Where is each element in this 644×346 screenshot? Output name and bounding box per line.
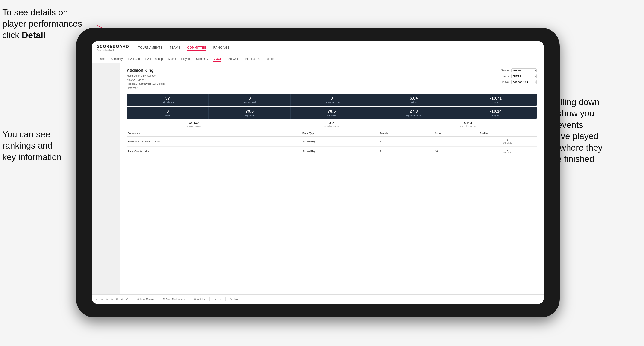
position-1: 4out of 20 — [478, 137, 537, 147]
gender-select-wrapper[interactable]: Women Men — [511, 68, 537, 72]
col-event-type: Event Type — [301, 130, 378, 137]
toolbar-view-original[interactable]: 👁 View: Original — [137, 298, 154, 301]
app-nav: SCOREBOARD Powered by clippd TOURNAMENTS… — [92, 41, 544, 54]
player-school: Mesa Community College — [127, 74, 164, 78]
toolbar-screen[interactable]: □▾ — [214, 298, 216, 301]
col-tournament: Tournament — [127, 130, 301, 137]
toolbar-sep2 — [158, 298, 158, 301]
player-division: NJCAA Division 1 — [127, 78, 164, 82]
stats-row-1: 37 National Rank 3 Regional Rank 3 Confe… — [127, 94, 537, 106]
annotation-line2: player performances — [2, 19, 82, 28]
nav-rankings[interactable]: RANKINGS — [213, 45, 230, 51]
overall-record: 91-20-1 Overall Record — [188, 122, 201, 128]
annotation-top-left: To see details on player performances cl… — [2, 7, 88, 41]
top50-record-label: Record vs top 50 — [460, 125, 476, 128]
sub-nav-summary2[interactable]: Summary — [196, 56, 208, 61]
toolbar-btn1[interactable]: ⊕ — [106, 298, 108, 301]
stat-avg-score-par: 27.8 Avg Score to Par — [373, 107, 455, 119]
stat-avg-sg: -10.14 Avg SG — [455, 107, 537, 119]
overall-record-value: 91-20-1 — [188, 122, 201, 125]
toolbar-watch[interactable]: 👁 Watch ▾ — [194, 298, 205, 301]
tablet-frame: SCOREBOARD Powered by clippd TOURNAMENTS… — [76, 28, 560, 318]
sub-nav-h2h-heatmap2[interactable]: H2H Heatmap — [243, 56, 262, 61]
toolbar-expand[interactable]: ⤢ — [220, 298, 221, 301]
division-label: Division — [500, 75, 510, 78]
avg-score-value: 79.6 — [210, 109, 288, 114]
toolbar-btn3[interactable]: ⊟ — [116, 298, 118, 301]
top50-record: 5-11-1 Record vs top 50 — [460, 122, 476, 128]
stat-adj-score: 78.5 Adj Score — [291, 107, 373, 119]
stat-avg-score: 79.6 Avg Score — [209, 107, 291, 119]
overall-record-label: Overall Record — [188, 125, 201, 128]
nav-tournaments[interactable]: TOURNAMENTS — [138, 45, 162, 51]
toolbar-sep3 — [190, 298, 190, 301]
stat-sos: -19.71 SoS — [455, 94, 537, 106]
avg-score-label: Avg Score — [210, 114, 288, 117]
player-header: Addison King Mesa Community College NJCA… — [127, 68, 537, 90]
toolbar-redo[interactable]: ↪ — [101, 298, 103, 301]
rounds-2: 2 — [378, 147, 434, 157]
annotation-line3-bold: Detail — [22, 30, 45, 40]
player-year: First Year — [127, 86, 164, 90]
tournament-name-2: Lady Coyote Invite — [127, 147, 301, 157]
adj-score-value: 78.5 — [292, 109, 370, 114]
left-panel — [92, 63, 120, 295]
toolbar-save-custom[interactable]: 💾 Save Custom View — [162, 298, 186, 301]
sub-nav: Teams Summary H2H Grid H2H Heatmap Matri… — [92, 54, 544, 63]
division-select[interactable]: NJCAA I NJCAA II — [511, 74, 537, 78]
score-1: 17 — [434, 137, 478, 147]
conference-rank-label: Conference Rank — [292, 101, 370, 104]
player-region: Region 1 - Southwest (18) District — [127, 82, 164, 86]
toolbar-btn5[interactable]: ⏱ — [126, 298, 128, 301]
nav-committee[interactable]: COMMITTEE — [187, 45, 206, 51]
national-rank-value: 37 — [128, 96, 206, 101]
nav-teams[interactable]: TEAMS — [170, 45, 180, 51]
table-row: Estella CC- Mountain Classic Stroke Play… — [127, 137, 537, 147]
table-row: Lady Coyote Invite Stroke Play 2 16 7out… — [127, 147, 537, 157]
wins-value: 0 — [128, 109, 206, 114]
stat-wins: 0 Wins — [127, 107, 209, 119]
stat-regional-rank: 3 Regional Rank — [209, 94, 291, 106]
avg-score-par-value: 27.8 — [375, 109, 453, 114]
toolbar-btn2[interactable]: ⊕ — [111, 298, 113, 301]
sub-nav-teams[interactable]: Teams — [97, 56, 106, 61]
bottom-toolbar: ↩ ↪ ⊕ ⊕ ⊟ ⊕ ⏱ 👁 View: Original 💾 Save Cu… — [92, 295, 544, 304]
events-table: Tournament Event Type Rounds Score Posit… — [127, 130, 537, 157]
col-score: Score — [434, 130, 478, 137]
gender-select[interactable]: Women Men — [511, 68, 537, 72]
scoreboard-logo: SCOREBOARD Powered by clippd — [97, 44, 129, 51]
stat-national-rank: 37 National Rank — [127, 94, 209, 106]
player-select[interactable]: Addison King — [511, 80, 537, 84]
top50-record-value: 5-11-1 — [460, 122, 476, 125]
conference-rank-value: 3 — [292, 96, 370, 101]
rounds-1: 2 — [378, 137, 434, 147]
annotation-bl-line2: rankings and — [2, 141, 52, 151]
sub-nav-h2h-grid2[interactable]: H2H Grid — [226, 56, 238, 61]
sub-nav-summary[interactable]: Summary — [110, 56, 123, 61]
top25-record: 1-5-0 Record vs top 25 — [323, 122, 338, 128]
toolbar-undo[interactable]: ↩ — [96, 298, 98, 301]
sub-nav-h2h-heatmap[interactable]: H2H Heatmap — [145, 56, 163, 61]
player-select-wrapper[interactable]: Addison King — [511, 80, 537, 84]
sub-nav-matrix2[interactable]: Matrix — [266, 56, 275, 61]
sub-nav-matrix[interactable]: Matrix — [168, 56, 176, 61]
nav-items: TOURNAMENTS TEAMS COMMITTEE RANKINGS — [138, 45, 230, 51]
stat-points: 6.04 Points — [373, 94, 455, 106]
top25-record-label: Record vs top 25 — [323, 125, 338, 128]
sub-nav-detail[interactable]: Detail — [213, 56, 222, 62]
score-2: 16 — [434, 147, 478, 157]
avg-score-par-label: Avg Score to Par — [375, 114, 453, 117]
tournament-name-1: Estella CC- Mountain Classic — [127, 137, 301, 147]
regional-rank-value: 3 — [210, 96, 288, 101]
player-name: Addison King — [127, 68, 164, 73]
division-select-wrapper[interactable]: NJCAA I NJCAA II — [511, 74, 537, 78]
points-label: Points — [375, 101, 453, 104]
adj-score-label: Adj Score — [292, 114, 370, 117]
player-select-label: Player — [502, 81, 510, 83]
toolbar-share[interactable]: ⬡ Share — [230, 298, 238, 301]
sub-nav-players[interactable]: Players — [181, 56, 191, 61]
gender-select-row: Gender Women Men — [501, 68, 537, 72]
sub-nav-h2h-grid[interactable]: H2H Grid — [128, 56, 140, 61]
annotation-line3-prefix: click — [2, 30, 22, 40]
toolbar-btn4[interactable]: ⊕ — [121, 298, 123, 301]
